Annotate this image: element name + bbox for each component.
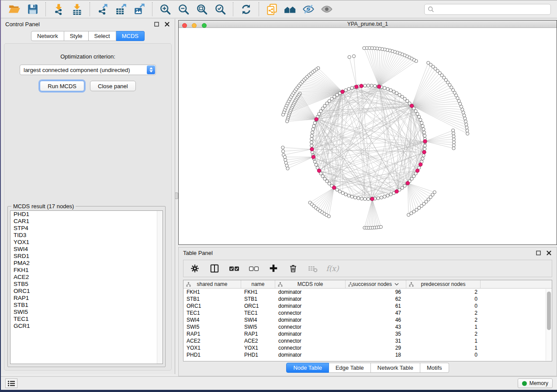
network-node[interactable] — [311, 131, 314, 134]
network-node[interactable] — [310, 141, 313, 144]
run-mcds-button[interactable]: Run MCDS — [40, 81, 84, 91]
network-node[interactable] — [312, 124, 315, 127]
split-columns-icon[interactable] — [209, 263, 220, 274]
zoom-selected-icon[interactable] — [213, 2, 227, 16]
network-node[interactable] — [310, 144, 313, 147]
network-node[interactable] — [350, 195, 353, 198]
close-panel-icon[interactable] — [163, 21, 170, 28]
tab-node-table[interactable]: Node Table — [286, 363, 329, 373]
network-graph[interactable] — [179, 28, 557, 244]
network-node[interactable] — [463, 114, 466, 117]
mcds-result-item[interactable]: ACE2 — [10, 274, 163, 281]
criterion-dropdown[interactable]: largest connected component (undirected) — [20, 65, 156, 75]
tab-mcds[interactable]: MCDS — [116, 31, 145, 41]
network-node[interactable] — [422, 131, 426, 134]
network-hub-node[interactable] — [419, 163, 422, 166]
trash-icon[interactable] — [288, 263, 298, 274]
network-node[interactable] — [363, 47, 366, 50]
network-node[interactable] — [395, 92, 398, 95]
network-node[interactable] — [350, 86, 353, 89]
network-node[interactable] — [311, 127, 315, 131]
network-node[interactable] — [401, 95, 404, 98]
network-node[interactable] — [422, 154, 425, 157]
export-image-icon[interactable] — [132, 2, 146, 16]
network-node[interactable] — [338, 190, 341, 193]
table-row[interactable]: SWI5SWI5connector431 — [183, 323, 552, 330]
column-header-name[interactable]: name — [241, 280, 275, 288]
refresh-icon[interactable] — [239, 2, 253, 16]
network-hub-node[interactable] — [315, 117, 318, 121]
network-node[interactable] — [451, 129, 454, 132]
network-node[interactable] — [466, 129, 469, 132]
tab-network[interactable]: Network — [31, 31, 64, 41]
network-node[interactable] — [377, 196, 380, 199]
column-header-shared-name[interactable]: shared name — [183, 280, 241, 288]
network-node[interactable] — [389, 193, 392, 196]
mcds-result-item[interactable]: STB5 — [10, 281, 163, 288]
mcds-result-item[interactable]: YOX1 — [10, 239, 163, 246]
network-hub-node[interactable] — [422, 150, 426, 154]
network-node[interactable] — [383, 86, 386, 89]
tab-network-table[interactable]: Network Table — [371, 363, 420, 373]
network-node[interactable] — [433, 191, 436, 194]
column-header-mcds-role[interactable]: MCDS role — [275, 280, 346, 288]
zoom-fit-icon[interactable] — [195, 2, 209, 16]
network-node[interactable] — [370, 84, 373, 87]
network-node[interactable] — [310, 134, 313, 137]
network-node[interactable] — [344, 193, 347, 196]
table-row[interactable]: YOX1YOX1connector291 — [183, 344, 552, 351]
minimize-window-icon[interactable] — [192, 23, 197, 28]
network-hub-node[interactable] — [406, 181, 409, 185]
network-node[interactable] — [336, 188, 339, 191]
network-node[interactable] — [348, 55, 351, 58]
network-hub-node[interactable] — [310, 148, 314, 151]
network-node[interactable] — [347, 194, 350, 197]
network-node[interactable] — [281, 146, 284, 149]
mcds-result-item[interactable]: STP4 — [10, 225, 163, 232]
network-node[interactable] — [452, 132, 455, 135]
deselect-all-icon[interactable] — [249, 263, 259, 274]
network-node[interactable] — [313, 160, 316, 163]
network-node[interactable] — [347, 87, 350, 90]
houses-icon[interactable] — [283, 2, 297, 16]
node-table[interactable]: shared name name MCDS role successor nod… — [183, 280, 552, 361]
table-row[interactable]: STB1STB1dominator620 — [183, 296, 552, 303]
close-panel-icon[interactable] — [545, 249, 552, 256]
table-scrollbar-thumb[interactable] — [547, 292, 551, 330]
import-network-icon[interactable] — [52, 2, 66, 16]
network-node[interactable] — [461, 108, 464, 111]
float-panel-icon[interactable] — [535, 249, 542, 256]
zoom-out-icon[interactable] — [176, 2, 190, 16]
network-node[interactable] — [466, 132, 469, 135]
network-hub-node[interactable] — [410, 104, 413, 107]
network-node[interactable] — [423, 144, 426, 147]
mcds-result-item[interactable]: PMA2 — [10, 260, 163, 267]
network-node[interactable] — [423, 147, 426, 150]
tab-select[interactable]: Select — [89, 31, 116, 41]
table-row[interactable]: TEC1TEC1connector472 — [183, 309, 552, 316]
maximize-window-icon[interactable] — [202, 23, 207, 28]
network-node[interactable] — [452, 144, 455, 147]
table-row[interactable]: ACE2ACE2connector311 — [183, 337, 552, 344]
zoom-in-icon[interactable] — [158, 2, 172, 16]
float-panel-icon[interactable] — [153, 21, 160, 28]
network-node[interactable] — [462, 111, 465, 114]
network-hub-node[interactable] — [360, 84, 363, 88]
eye-icon[interactable] — [320, 2, 334, 16]
network-node[interactable] — [363, 84, 367, 87]
network-hub-node[interactable] — [317, 169, 321, 172]
network-node[interactable] — [281, 150, 284, 153]
network-node[interactable] — [465, 126, 468, 129]
network-node[interactable] — [452, 138, 455, 141]
network-node[interactable] — [353, 196, 356, 199]
export-network-icon[interactable] — [96, 2, 110, 16]
network-hub-node[interactable] — [332, 186, 336, 189]
network-node[interactable] — [286, 120, 289, 123]
network-node[interactable] — [421, 124, 424, 127]
export-table-icon[interactable] — [114, 2, 128, 16]
network-node[interactable] — [357, 196, 360, 199]
network-node[interactable] — [373, 84, 376, 87]
select-all-icon[interactable] — [229, 263, 239, 274]
search-input[interactable] — [436, 6, 547, 12]
network-hub-node[interactable] — [341, 90, 344, 93]
